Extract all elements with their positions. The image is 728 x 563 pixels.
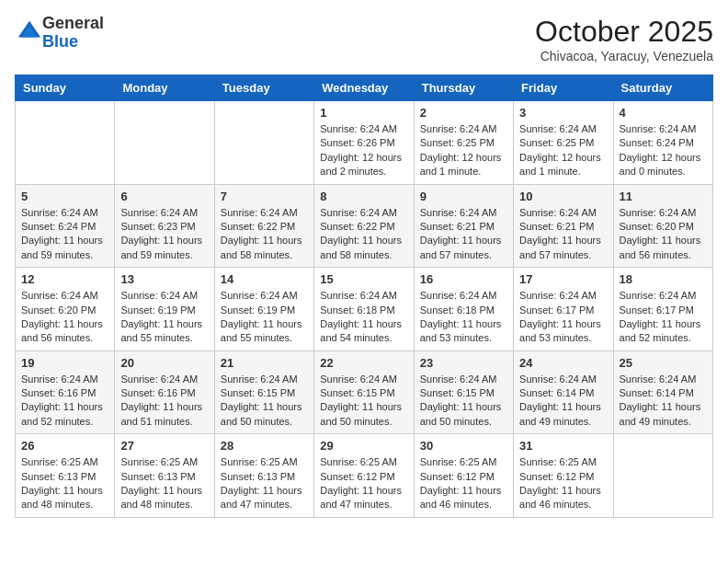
day-info: Sunrise: 6:24 AMSunset: 6:21 PMDaylight:… (519, 206, 607, 263)
logo-blue-text: Blue (42, 32, 78, 51)
calendar-header-saturday: Saturday (613, 75, 712, 101)
day-info: Sunrise: 6:24 AMSunset: 6:15 PMDaylight:… (420, 373, 507, 430)
calendar-cell: 9Sunrise: 6:24 AMSunset: 6:21 PMDaylight… (414, 184, 513, 268)
calendar-cell: 27Sunrise: 6:25 AMSunset: 6:13 PMDayligh… (115, 434, 214, 518)
calendar-cell: 16Sunrise: 6:24 AMSunset: 6:18 PMDayligh… (414, 268, 513, 351)
calendar-cell: 5Sunrise: 6:24 AMSunset: 6:24 PMDaylight… (16, 184, 115, 268)
calendar-cell: 8Sunrise: 6:24 AMSunset: 6:22 PMDaylight… (314, 184, 414, 268)
calendar-cell: 12Sunrise: 6:24 AMSunset: 6:20 PMDayligh… (16, 268, 115, 351)
calendar-cell: 21Sunrise: 6:24 AMSunset: 6:15 PMDayligh… (214, 350, 313, 434)
calendar-cell: 29Sunrise: 6:25 AMSunset: 6:12 PMDayligh… (314, 434, 414, 518)
calendar-cell: 19Sunrise: 6:24 AMSunset: 6:16 PMDayligh… (16, 350, 115, 434)
calendar-cell: 6Sunrise: 6:24 AMSunset: 6:23 PMDaylight… (115, 184, 214, 268)
logo-general-text: General (42, 14, 104, 32)
day-info: Sunrise: 6:24 AMSunset: 6:16 PMDaylight:… (21, 373, 108, 430)
page-header: General Blue October 2025 Chivacoa, Yara… (15, 15, 713, 63)
day-number: 9 (420, 190, 507, 203)
calendar-week-row: 26Sunrise: 6:25 AMSunset: 6:13 PMDayligh… (16, 434, 713, 518)
day-info: Sunrise: 6:24 AMSunset: 6:23 PMDaylight:… (120, 206, 208, 263)
day-number: 27 (120, 439, 208, 453)
day-number: 21 (221, 356, 308, 370)
calendar-header-tuesday: Tuesday (214, 75, 313, 101)
calendar-cell: 10Sunrise: 6:24 AMSunset: 6:21 PMDayligh… (514, 184, 613, 268)
calendar-cell: 31Sunrise: 6:25 AMSunset: 6:12 PMDayligh… (514, 434, 613, 518)
calendar-cell (214, 101, 313, 185)
day-info: Sunrise: 6:24 AMSunset: 6:20 PMDaylight:… (21, 289, 108, 346)
calendar-cell: 14Sunrise: 6:24 AMSunset: 6:19 PMDayligh… (214, 268, 313, 351)
logo-icon (17, 18, 42, 44)
day-info: Sunrise: 6:24 AMSunset: 6:24 PMDaylight:… (620, 122, 707, 179)
day-info: Sunrise: 6:24 AMSunset: 6:21 PMDaylight:… (420, 206, 507, 263)
calendar-cell (16, 101, 115, 185)
day-number: 25 (620, 356, 707, 370)
calendar-cell: 18Sunrise: 6:24 AMSunset: 6:17 PMDayligh… (613, 268, 712, 351)
logo: General Blue (15, 15, 104, 52)
location-subtitle: Chivacoa, Yaracuy, Venezuela (535, 49, 713, 63)
day-number: 8 (320, 190, 407, 203)
day-info: Sunrise: 6:24 AMSunset: 6:25 PMDaylight:… (420, 122, 507, 179)
day-number: 13 (120, 272, 208, 286)
calendar-cell: 17Sunrise: 6:24 AMSunset: 6:17 PMDayligh… (514, 268, 613, 351)
day-number: 14 (221, 272, 308, 286)
day-number: 24 (519, 356, 607, 370)
calendar-week-row: 19Sunrise: 6:24 AMSunset: 6:16 PMDayligh… (16, 350, 713, 434)
calendar-cell: 20Sunrise: 6:24 AMSunset: 6:16 PMDayligh… (115, 350, 214, 434)
calendar-header-thursday: Thursday (414, 75, 513, 101)
day-number: 26 (21, 439, 108, 453)
day-number: 23 (420, 356, 507, 370)
calendar-cell: 3Sunrise: 6:24 AMSunset: 6:25 PMDaylight… (514, 101, 613, 185)
calendar-cell (613, 434, 712, 518)
day-info: Sunrise: 6:25 AMSunset: 6:13 PMDaylight:… (221, 455, 308, 512)
calendar-header-wednesday: Wednesday (314, 75, 414, 101)
day-info: Sunrise: 6:25 AMSunset: 6:13 PMDaylight:… (120, 455, 208, 512)
calendar-cell: 28Sunrise: 6:25 AMSunset: 6:13 PMDayligh… (214, 434, 313, 518)
day-number: 20 (120, 356, 208, 370)
calendar-week-row: 12Sunrise: 6:24 AMSunset: 6:20 PMDayligh… (16, 268, 713, 351)
day-number: 17 (519, 272, 607, 286)
day-number: 15 (320, 272, 407, 286)
day-number: 16 (420, 272, 507, 286)
month-title: October 2025 (535, 15, 713, 49)
day-info: Sunrise: 6:24 AMSunset: 6:25 PMDaylight:… (519, 122, 607, 179)
calendar-cell: 2Sunrise: 6:24 AMSunset: 6:25 PMDaylight… (414, 101, 513, 185)
calendar-cell: 13Sunrise: 6:24 AMSunset: 6:19 PMDayligh… (115, 268, 214, 351)
calendar-header-monday: Monday (115, 75, 214, 101)
day-info: Sunrise: 6:24 AMSunset: 6:26 PMDaylight:… (320, 122, 407, 179)
day-info: Sunrise: 6:24 AMSunset: 6:18 PMDaylight:… (420, 289, 507, 346)
day-number: 30 (420, 439, 507, 453)
day-number: 31 (519, 439, 607, 453)
title-block: October 2025 Chivacoa, Yaracuy, Venezuel… (535, 15, 713, 63)
day-info: Sunrise: 6:24 AMSunset: 6:14 PMDaylight:… (519, 373, 607, 430)
day-number: 22 (320, 356, 407, 370)
day-number: 6 (120, 190, 208, 203)
day-number: 12 (21, 272, 108, 286)
calendar-cell: 23Sunrise: 6:24 AMSunset: 6:15 PMDayligh… (414, 350, 513, 434)
day-number: 4 (620, 106, 707, 120)
day-info: Sunrise: 6:24 AMSunset: 6:20 PMDaylight:… (620, 206, 707, 263)
calendar-cell: 22Sunrise: 6:24 AMSunset: 6:15 PMDayligh… (314, 350, 414, 434)
day-number: 3 (519, 106, 607, 120)
day-info: Sunrise: 6:24 AMSunset: 6:18 PMDaylight:… (320, 289, 407, 346)
day-info: Sunrise: 6:24 AMSunset: 6:15 PMDaylight:… (320, 373, 407, 430)
day-number: 2 (420, 106, 507, 120)
day-info: Sunrise: 6:24 AMSunset: 6:14 PMDaylight:… (620, 373, 707, 430)
day-info: Sunrise: 6:25 AMSunset: 6:13 PMDaylight:… (21, 455, 108, 512)
calendar-table: SundayMondayTuesdayWednesdayThursdayFrid… (15, 75, 713, 518)
day-number: 1 (320, 106, 407, 120)
calendar-cell: 4Sunrise: 6:24 AMSunset: 6:24 PMDaylight… (613, 101, 712, 185)
day-number: 18 (620, 272, 707, 286)
day-info: Sunrise: 6:25 AMSunset: 6:12 PMDaylight:… (519, 455, 607, 512)
calendar-cell: 11Sunrise: 6:24 AMSunset: 6:20 PMDayligh… (613, 184, 712, 268)
day-number: 5 (21, 190, 108, 203)
calendar-header-row: SundayMondayTuesdayWednesdayThursdayFrid… (16, 75, 713, 101)
day-number: 10 (519, 190, 607, 203)
day-number: 7 (221, 190, 308, 203)
day-number: 29 (320, 439, 407, 453)
calendar-cell: 1Sunrise: 6:24 AMSunset: 6:26 PMDaylight… (314, 101, 414, 185)
day-number: 11 (620, 190, 707, 203)
calendar-cell: 24Sunrise: 6:24 AMSunset: 6:14 PMDayligh… (514, 350, 613, 434)
day-info: Sunrise: 6:24 AMSunset: 6:17 PMDaylight:… (519, 289, 607, 346)
calendar-cell: 26Sunrise: 6:25 AMSunset: 6:13 PMDayligh… (16, 434, 115, 518)
day-number: 19 (21, 356, 108, 370)
calendar-header-sunday: Sunday (16, 75, 115, 101)
